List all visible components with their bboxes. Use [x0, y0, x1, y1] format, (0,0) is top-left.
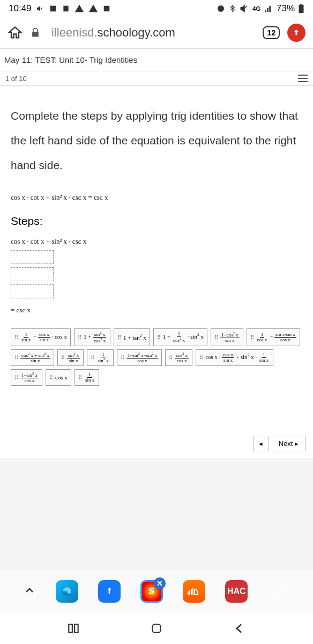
app-s[interactable]: S✕	[140, 580, 163, 603]
clock: 10:49	[9, 3, 32, 14]
drag-handle-icon: ⠿	[214, 334, 218, 340]
tile-3[interactable]: ⠿1 + tan2 x	[114, 328, 150, 346]
progress-bar: 1 of 10	[0, 71, 313, 86]
drag-handle-icon: ⠿	[91, 355, 94, 361]
app-soundcloud[interactable]	[183, 580, 205, 603]
drag-handle-icon: ⠿	[157, 334, 161, 340]
steps-label: Steps:	[11, 215, 302, 228]
svg-rect-9	[152, 624, 160, 632]
home-button[interactable]	[150, 621, 163, 635]
signal-icon	[264, 4, 273, 13]
step-input-1[interactable]	[11, 250, 54, 264]
svg-rect-3	[298, 75, 308, 76]
bluetooth-icon	[229, 4, 236, 13]
tile-7[interactable]: ⠿cos2 x + sin2 xsin x	[11, 349, 54, 366]
next-button[interactable]: Next ▸	[272, 436, 305, 451]
network-label: 4G	[252, 5, 260, 12]
warning-icon-2	[88, 4, 98, 13]
tab-count[interactable]: 12	[263, 26, 280, 39]
mute-icon	[240, 4, 249, 13]
app-hac[interactable]: HAC	[225, 580, 248, 603]
drag-handle-icon: ⠿	[169, 355, 173, 361]
tile-9[interactable]: ⠿1sin2 x	[87, 349, 113, 366]
result-line: = csc x	[11, 306, 302, 314]
svg-rect-4	[298, 78, 308, 79]
tile-15[interactable]: ⠿1sin x	[74, 369, 99, 386]
tile-5[interactable]: ⠿1−cos2 xsin x	[211, 328, 243, 346]
battery-percent: 73%	[277, 3, 295, 14]
volume-icon	[36, 4, 44, 13]
battery-icon	[298, 4, 304, 13]
given-equation: cos x · cot x + sin² x · csc x = csc x	[11, 193, 302, 202]
assignment-title: May 11: TEST: Unit 10- Trig Identities	[0, 48, 313, 71]
warning-icon	[74, 4, 84, 13]
menu-icon[interactable]	[298, 75, 308, 82]
prev-button[interactable]: ◂	[253, 436, 269, 451]
nav-row: ◂ Next ▸	[0, 429, 313, 458]
refresh-icon	[102, 4, 111, 13]
tile-14[interactable]: ⠿cos x	[46, 369, 71, 386]
drag-handle-icon: ⠿	[14, 355, 18, 361]
tile-13[interactable]: ⠿1−sin2 xcos x	[11, 369, 42, 386]
svg-rect-1	[299, 5, 304, 13]
upload-button[interactable]	[287, 24, 305, 42]
step-input-2[interactable]	[11, 267, 54, 281]
app-edge[interactable]	[56, 580, 78, 603]
drag-handle-icon: ⠿	[14, 375, 18, 380]
step-1: cos x · cot x + sin² x · csc x	[11, 237, 302, 246]
tile-2[interactable]: ⠿1 + sin2 xcos2 x	[74, 328, 110, 346]
back-button[interactable]	[233, 621, 247, 635]
tile-8[interactable]: ⠿sin2 xsin x	[57, 349, 84, 366]
drag-handle-icon: ⠿	[49, 375, 53, 380]
question-content: Complete the steps by applying trig iden…	[0, 86, 313, 429]
url-text[interactable]: illeenisd.schoology.com	[48, 26, 255, 40]
status-bar: 10:49 4G 73%	[0, 0, 313, 17]
drag-handle-icon: ⠿	[117, 334, 121, 340]
drag-handle-icon: ⠿	[14, 334, 18, 340]
alarm-icon	[216, 4, 226, 13]
svg-rect-7	[69, 624, 73, 632]
drag-handle-icon: ⠿	[78, 375, 82, 380]
tile-1[interactable]: ⠿1sin x − cos xsin x · cos x	[11, 328, 71, 346]
svg-rect-5	[298, 81, 308, 82]
tile-10[interactable]: ⠿1−sin2 x−sin2 xcos x	[117, 349, 162, 366]
download-icon	[62, 4, 70, 13]
step-input-3[interactable]	[11, 284, 54, 298]
progress-text: 1 of 10	[5, 75, 27, 83]
recents-button[interactable]	[66, 621, 80, 635]
answer-tiles: ⠿1sin x − cos xsin x · cos x ⠿1 + sin2 x…	[11, 325, 302, 389]
svg-rect-2	[300, 4, 302, 5]
puzzle-icon	[49, 4, 57, 13]
drag-handle-icon: ⠿	[250, 334, 254, 340]
caret-up-icon[interactable]	[23, 584, 36, 599]
drag-handle-icon: ⠿	[61, 355, 65, 361]
tile-4[interactable]: ⠿1 + 1cos2 x · sin2 x	[153, 328, 207, 346]
app-facebook[interactable]: f	[98, 580, 121, 603]
drag-handle-icon: ⠿	[78, 334, 81, 340]
close-icon[interactable]: ✕	[154, 577, 166, 589]
svg-rect-0	[103, 6, 109, 12]
system-nav-bar	[0, 613, 313, 644]
lock-icon	[30, 27, 41, 38]
svg-rect-8	[74, 624, 78, 632]
tile-11[interactable]: ⠿cos2 xcos x	[165, 349, 192, 366]
add-app-button[interactable]: +	[267, 580, 290, 603]
tile-12[interactable]: ⠿cos x · cos xsin x + sin2 x · 1sin x	[196, 349, 273, 366]
app-switcher: f S✕ HAC +	[0, 570, 313, 613]
browser-bar: illeenisd.schoology.com 12	[0, 17, 313, 48]
drag-handle-icon: ⠿	[199, 355, 203, 361]
home-icon[interactable]	[8, 25, 23, 40]
tile-6[interactable]: ⠿1cos x − sin x·sin xcos x	[247, 328, 300, 346]
drag-handle-icon: ⠿	[121, 355, 124, 361]
question-prompt: Complete the steps by applying trig iden…	[11, 104, 302, 178]
